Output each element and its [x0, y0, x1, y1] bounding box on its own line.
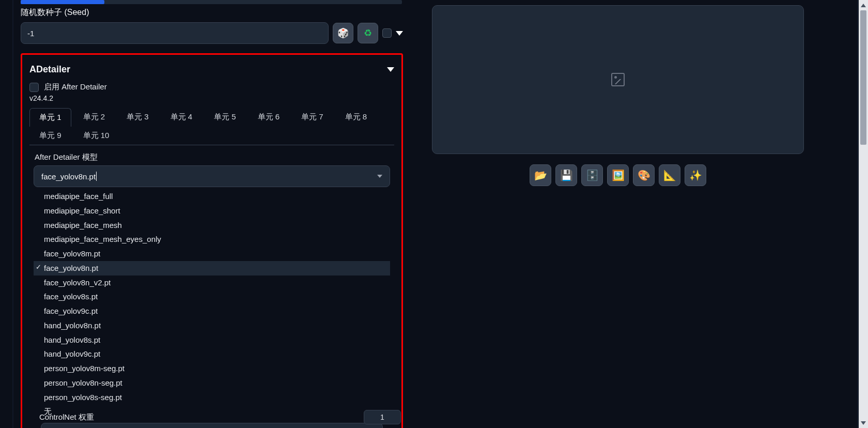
- progress-fill: [21, 0, 104, 4]
- model-option[interactable]: mediapipe_face_full: [34, 189, 390, 204]
- model-option[interactable]: mediapipe_face_mesh_eyes_only: [34, 232, 390, 247]
- left-frame-border: [12, 0, 13, 428]
- palette-icon: 🎨: [638, 169, 650, 181]
- ruler-icon: 📐: [663, 169, 676, 181]
- adetailer-tab-unit-5[interactable]: 单元 5: [204, 108, 246, 126]
- adetailer-tab-unit-10[interactable]: 单元 10: [73, 126, 119, 145]
- model-option[interactable]: face_yolov8s.pt: [34, 289, 390, 304]
- enable-after-detailer-label: 启用 After Detailer: [44, 82, 107, 92]
- chevron-down-icon: [377, 175, 382, 178]
- vertical-scrollbar[interactable]: [859, 0, 868, 428]
- adetailer-tab-unit-3[interactable]: 单元 3: [117, 108, 159, 126]
- model-option[interactable]: person_yolov8n-seg.pt: [34, 376, 390, 390]
- model-option[interactable]: person_yolov8m-seg.pt: [34, 361, 390, 376]
- text-cursor: [96, 172, 97, 181]
- model-option[interactable]: face_yolov9c.pt: [34, 304, 390, 318]
- model-option[interactable]: person_yolov8s-seg.pt: [34, 390, 390, 405]
- model-option[interactable]: mediapipe_face_short: [34, 204, 390, 218]
- adetailer-unit-tabs: 单元 1单元 2单元 3单元 4单元 5单元 6单元 7单元 8单元 9单元 1…: [29, 108, 394, 145]
- progress-bar: [21, 0, 402, 4]
- adetailer-tab-unit-1[interactable]: 单元 1: [29, 108, 71, 127]
- model-option[interactable]: hand_yolov8n.pt: [34, 318, 390, 333]
- model-option[interactable]: face_yolov8n_v2.pt: [34, 276, 390, 290]
- folder-icon: 📂: [534, 169, 547, 181]
- adetailer-model-dropdown[interactable]: face_yolov8n.pt: [34, 165, 390, 187]
- adetailer-model-label: After Detailer 模型: [35, 152, 394, 162]
- image-icon: 🖼️: [612, 169, 625, 181]
- random-seed-button[interactable]: 🎲: [333, 23, 353, 43]
- controlnet-weight-label: ControlNet 权重: [39, 412, 94, 422]
- send-to-inpaint-button[interactable]: 🎨: [633, 164, 655, 186]
- save-icon: 💾: [560, 169, 573, 181]
- adetailer-collapse-toggle[interactable]: [387, 67, 394, 72]
- adetailer-tab-unit-6[interactable]: 单元 6: [248, 108, 290, 126]
- send-to-img-button[interactable]: 🖼️: [607, 164, 629, 186]
- seed-label: 随机数种子 (Seed): [21, 7, 403, 18]
- adetailer-model-selected: face_yolov8n.pt: [41, 172, 96, 181]
- adetailer-tab-unit-8[interactable]: 单元 8: [335, 108, 377, 126]
- right-frame-border: [857, 0, 858, 428]
- enable-after-detailer-checkbox[interactable]: [29, 83, 39, 92]
- send-to-extras-button[interactable]: 📐: [659, 164, 680, 186]
- model-option[interactable]: face_yolov8n.pt: [34, 261, 390, 276]
- save-button[interactable]: 💾: [555, 164, 577, 186]
- model-option[interactable]: mediapipe_face_mesh: [34, 218, 390, 233]
- sparkle-icon: ✨: [689, 169, 702, 181]
- adetailer-version: v24.4.2: [29, 94, 394, 102]
- model-option[interactable]: face_yolov8m.pt: [34, 247, 390, 261]
- adetailer-title: ADetailer: [29, 64, 70, 75]
- scroll-thumb[interactable]: [860, 10, 866, 145]
- scroll-up-button[interactable]: [860, 2, 866, 8]
- dice-icon: 🎲: [337, 27, 349, 39]
- model-option[interactable]: hand_yolov9c.pt: [34, 347, 390, 361]
- adetailer-tab-unit-4[interactable]: 单元 4: [161, 108, 203, 126]
- model-option[interactable]: hand_yolov8s.pt: [34, 333, 390, 347]
- seed-extra-checkbox[interactable]: [382, 28, 392, 38]
- adetailer-model-options: mediapipe_face_fullmediapipe_face_shortm…: [34, 188, 390, 420]
- upscale-button[interactable]: ✨: [685, 164, 706, 186]
- adetailer-tab-unit-7[interactable]: 单元 7: [291, 108, 333, 126]
- output-image-preview: [432, 5, 804, 154]
- controlnet-weight-input[interactable]: [364, 410, 401, 424]
- recycle-icon: ♻: [364, 27, 372, 39]
- adetailer-tab-unit-2[interactable]: 单元 2: [73, 108, 115, 126]
- reuse-seed-button[interactable]: ♻: [358, 23, 378, 43]
- scroll-down-button[interactable]: [860, 420, 866, 426]
- seed-input[interactable]: [21, 22, 329, 44]
- archive-icon: 🗄️: [586, 169, 599, 181]
- open-folder-button[interactable]: 📂: [530, 164, 551, 186]
- seed-expand-toggle[interactable]: [396, 31, 403, 36]
- adetailer-tab-unit-9[interactable]: 单元 9: [29, 126, 71, 145]
- adetailer-panel: ADetailer 启用 After Detailer v24.4.2 单元 1…: [21, 53, 403, 428]
- archive-button[interactable]: 🗄️: [581, 164, 603, 186]
- image-placeholder-icon: [611, 73, 625, 86]
